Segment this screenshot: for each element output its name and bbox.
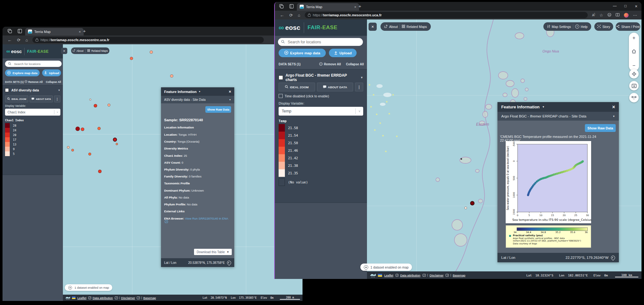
show-raw-data-button[interactable]: Show Raw Data: [585, 124, 616, 132]
dataset-title-row[interactable]: Argo Float BGC - Ifremer ERRDAP charts ▼: [275, 69, 367, 84]
attribution-link[interactable]: Leaflet: [384, 274, 393, 277]
home-view-button[interactable]: [632, 49, 636, 55]
explore-map-data-button[interactable]: Explore map data: [5, 69, 40, 76]
collapse-all-button[interactable]: Collapse All: [46, 80, 61, 84]
dataset-enabled-pill[interactable]: 1 dataset enabled on map: [360, 264, 412, 271]
favorites-star-icon[interactable]: ☆: [599, 13, 603, 17]
feature-source-row[interactable]: ASV diversity data - Site Data ▼: [161, 96, 234, 103]
site-data-point[interactable]: [470, 201, 475, 205]
site-data-point[interactable]: [94, 104, 97, 107]
upload-button[interactable]: Upload: [329, 49, 357, 57]
search-input[interactable]: [287, 40, 360, 45]
about-data-button[interactable]: ABOUT DATA: [317, 83, 353, 91]
upload-button[interactable]: Upload: [42, 69, 61, 76]
panel-chevron-icon[interactable]: ▼: [542, 106, 545, 108]
minimize-button[interactable]: —: [609, 4, 620, 9]
search-input[interactable]: [14, 62, 58, 66]
location-search[interactable]: [5, 61, 62, 67]
about-data-button[interactable]: ABOUT DATA: [30, 95, 53, 102]
workspaces-icon[interactable]: [8, 29, 12, 34]
chevron-down-icon[interactable]: ▼: [360, 76, 363, 79]
site-data-point[interactable]: [98, 170, 102, 173]
time-checkbox[interactable]: [279, 94, 283, 98]
site-data-point[interactable]: [130, 57, 133, 60]
display-variable-select[interactable]: Chao1 Index ˅: [5, 109, 60, 116]
split-screen-icon[interactable]: [616, 13, 619, 17]
help-button[interactable]: ? Help: [575, 25, 588, 29]
chevron-down-icon[interactable]: ▼: [229, 99, 231, 101]
dataset-enabled-pill[interactable]: 1 dataset enabled on map: [65, 284, 112, 291]
close-icon[interactable]: ×: [229, 89, 231, 94]
tab-close-icon[interactable]: ×: [79, 30, 81, 34]
site-data-point[interactable]: [88, 153, 91, 155]
workspaces-icon[interactable]: [279, 4, 284, 9]
collapse-sidebar-button[interactable]: ×: [369, 23, 377, 31]
back-icon[interactable]: ←: [280, 13, 284, 17]
chevron-down-icon[interactable]: ▼: [613, 115, 615, 118]
map-settings-button[interactable]: Map Settings: [547, 25, 571, 29]
remove-all-button[interactable]: Remove All: [319, 62, 341, 66]
kebab-menu-icon[interactable]: ⋮: [355, 83, 363, 91]
site-data-point[interactable]: [116, 143, 118, 145]
back-icon[interactable]: ←: [8, 38, 12, 42]
close-icon[interactable]: ×: [612, 104, 615, 110]
measure-tool-button[interactable]: km: [629, 93, 639, 102]
collections-icon[interactable]: G: [608, 13, 611, 17]
site-data-point[interactable]: [75, 127, 80, 131]
sidebar-toggle-icon[interactable]: [289, 4, 294, 9]
story-button[interactable]: Story: [594, 22, 613, 31]
address-bar[interactable]: https://terriamap.eoscfe.mesocentre.uca.…: [305, 12, 588, 18]
browser-menu-icon[interactable]: ⋯: [633, 13, 637, 17]
dataset-title-row[interactable]: ASV diversity data ▼: [3, 85, 63, 94]
ideal-zoom-button[interactable]: IDEAL ZOOM: [279, 83, 315, 91]
home-icon[interactable]: ⌂: [298, 13, 300, 17]
show-raw-data-button[interactable]: Show Raw Data: [205, 106, 231, 113]
related-maps-button[interactable]: Related Maps: [402, 25, 427, 29]
site-data-point[interactable]: [170, 74, 173, 78]
site-data-point[interactable]: [150, 51, 153, 54]
zoom-out-button[interactable]: −: [632, 63, 635, 68]
about-button[interactable]: About: [384, 25, 397, 29]
attribution-link[interactable]: Data attribution: [92, 296, 113, 300]
site-data-point[interactable]: [113, 138, 117, 142]
new-tab-icon[interactable]: +: [358, 4, 361, 8]
maximize-button[interactable]: □: [620, 4, 631, 9]
site-data-point[interactable]: [81, 128, 84, 131]
feature-source-row[interactable]: Argo Float BGC - Ifremer ERRDAP charts -…: [497, 112, 619, 121]
chevron-down-icon[interactable]: ▼: [58, 89, 60, 92]
pin-icon[interactable]: [610, 255, 616, 260]
panel-chevron-icon[interactable]: ▼: [198, 90, 201, 93]
about-button[interactable]: About: [73, 49, 83, 52]
kebab-menu-icon[interactable]: ⋮: [54, 95, 60, 102]
home-icon[interactable]: ⌂: [25, 38, 28, 42]
new-tab-icon[interactable]: +: [83, 29, 86, 33]
share-print-button[interactable]: Share / Print: [616, 22, 640, 31]
close-window-button[interactable]: ×: [631, 4, 641, 9]
locate-me-button[interactable]: [629, 69, 639, 79]
remove-all-button[interactable]: Remove All: [25, 80, 43, 84]
site-data-point[interactable]: [464, 207, 467, 209]
reload-icon[interactable]: ⟳: [289, 13, 293, 17]
explore-map-data-button[interactable]: Explore map data: [279, 49, 326, 57]
profile-avatar[interactable]: [624, 13, 629, 18]
read-aloud-icon[interactable]: A): [592, 13, 595, 17]
feature-link-row[interactable]: ENA Browser: View Run SRR22870140 in ENA…: [164, 217, 231, 224]
dataset-checkbox[interactable]: [5, 88, 9, 92]
compare-split-button[interactable]: [629, 81, 639, 90]
reload-icon[interactable]: ⟳: [17, 38, 20, 42]
time-toggle-row[interactable]: Time disabled (click to enable): [279, 94, 329, 98]
site-data-point[interactable]: [89, 99, 91, 101]
browser-tab[interactable]: Terria Map ×: [297, 3, 359, 11]
zoom-in-button[interactable]: +: [632, 35, 635, 41]
related-maps-button[interactable]: Related Maps: [87, 49, 108, 52]
display-variable-select[interactable]: Temp ˅: [279, 107, 363, 116]
attribution-link[interactable]: Disclaimer: [430, 274, 443, 277]
collapse-all-button[interactable]: Collapse All: [346, 63, 364, 66]
tab-close-icon[interactable]: ×: [354, 5, 356, 9]
attribution-link[interactable]: Basemap: [143, 296, 156, 300]
site-data-point[interactable]: [71, 149, 74, 151]
attribution-link[interactable]: Leaflet: [77, 296, 86, 300]
collapse-sidebar-button[interactable]: ×: [61, 48, 67, 54]
ideal-zoom-button[interactable]: IDEAL ZOOM: [5, 95, 28, 102]
address-bar[interactable]: https://terriamap.eoscfe.mesocentre.uca.…: [32, 37, 264, 43]
